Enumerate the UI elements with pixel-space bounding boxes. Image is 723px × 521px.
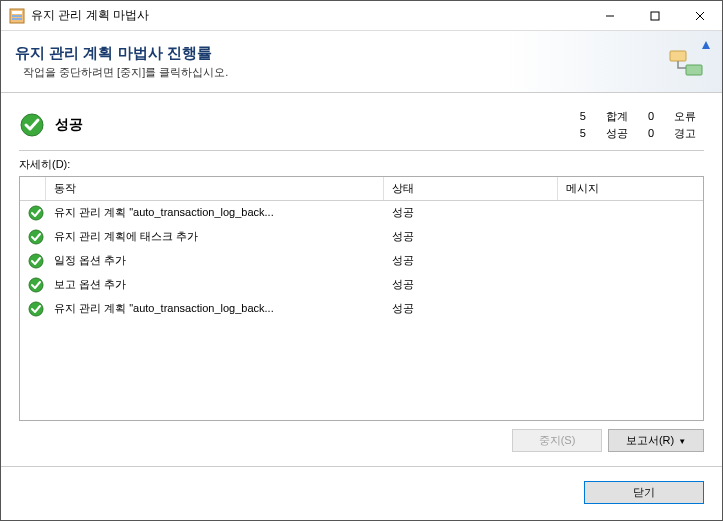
svg-rect-1 bbox=[12, 11, 22, 14]
stat-success-num: 5 bbox=[568, 126, 592, 141]
window-controls bbox=[587, 1, 722, 30]
success-icon bbox=[19, 112, 45, 138]
banner: 유지 관리 계획 마법사 진행률 작업을 중단하려면 [중지]를 클릭하십시오. bbox=[1, 31, 722, 93]
cell-status: 성공 bbox=[384, 275, 558, 294]
svg-rect-5 bbox=[651, 12, 659, 20]
stat-error-num: 0 bbox=[636, 109, 660, 124]
minimize-button[interactable] bbox=[587, 1, 632, 30]
table-row[interactable]: 유지 관리 계획에 태스크 추가성공 bbox=[20, 225, 703, 249]
table-row[interactable]: 보고 옵션 추가성공 bbox=[20, 273, 703, 297]
close-button[interactable] bbox=[677, 1, 722, 30]
success-icon bbox=[28, 301, 44, 317]
cell-message bbox=[558, 211, 703, 215]
column-header-icon[interactable] bbox=[20, 177, 46, 200]
cell-action: 유지 관리 계획 "auto_transaction_log_back... bbox=[46, 203, 384, 222]
summary-stats: 5 합계 0 오류 5 성공 0 경고 bbox=[566, 107, 704, 144]
cell-message bbox=[558, 283, 703, 287]
summary-row: 성공 5 합계 0 오류 5 성공 0 경고 bbox=[19, 107, 704, 151]
cell-status: 성공 bbox=[384, 227, 558, 246]
summary-status: 성공 bbox=[55, 116, 566, 134]
table-row[interactable]: 일정 옵션 추가성공 bbox=[20, 249, 703, 273]
svg-rect-8 bbox=[670, 51, 686, 61]
results-grid: 동작 상태 메시지 유지 관리 계획 "auto_transaction_log… bbox=[19, 176, 704, 421]
stat-warn-num: 0 bbox=[636, 126, 660, 141]
stat-warn-label: 경고 bbox=[662, 126, 702, 141]
cell-message bbox=[558, 259, 703, 263]
success-icon bbox=[28, 229, 44, 245]
titlebar: 유지 관리 계획 마법사 bbox=[1, 1, 722, 31]
cell-status: 성공 bbox=[384, 251, 558, 270]
column-header-action[interactable]: 동작 bbox=[46, 177, 384, 200]
table-row[interactable]: 유지 관리 계획 "auto_transaction_log_back...성공 bbox=[20, 297, 703, 321]
banner-heading: 유지 관리 계획 마법사 진행률 bbox=[15, 44, 228, 63]
report-button-label: 보고서(R) bbox=[626, 434, 674, 446]
app-icon bbox=[9, 8, 25, 24]
cell-message bbox=[558, 307, 703, 311]
window-title: 유지 관리 계획 마법사 bbox=[31, 7, 587, 24]
cell-action: 일정 옵션 추가 bbox=[46, 251, 384, 270]
cell-action: 보고 옵션 추가 bbox=[46, 275, 384, 294]
svg-rect-2 bbox=[12, 15, 22, 17]
wizard-icon bbox=[662, 37, 712, 87]
stat-success-label: 성공 bbox=[594, 126, 634, 141]
stat-total-label: 합계 bbox=[594, 109, 634, 124]
column-header-message[interactable]: 메시지 bbox=[558, 177, 703, 200]
detail-label: 자세히(D): bbox=[19, 157, 704, 172]
success-icon bbox=[28, 205, 44, 221]
cell-action: 유지 관리 계획에 태스크 추가 bbox=[46, 227, 384, 246]
stat-total-num: 5 bbox=[568, 109, 592, 124]
grid-body: 유지 관리 계획 "auto_transaction_log_back...성공… bbox=[20, 201, 703, 321]
stat-error-label: 오류 bbox=[662, 109, 702, 124]
success-icon bbox=[28, 277, 44, 293]
cell-status: 성공 bbox=[384, 299, 558, 318]
grid-header: 동작 상태 메시지 bbox=[20, 177, 703, 201]
close-dialog-button[interactable]: 닫기 bbox=[584, 481, 704, 504]
cell-status: 성공 bbox=[384, 203, 558, 222]
success-icon bbox=[28, 253, 44, 269]
maximize-button[interactable] bbox=[632, 1, 677, 30]
cell-message bbox=[558, 235, 703, 239]
svg-rect-9 bbox=[686, 65, 702, 75]
column-header-status[interactable]: 상태 bbox=[384, 177, 558, 200]
table-row[interactable]: 유지 관리 계획 "auto_transaction_log_back...성공 bbox=[20, 201, 703, 225]
stop-button: 중지(S) bbox=[512, 429, 602, 452]
chevron-down-icon: ▼ bbox=[678, 437, 686, 446]
banner-subtext: 작업을 중단하려면 [중지]를 클릭하십시오. bbox=[15, 65, 228, 80]
cell-action: 유지 관리 계획 "auto_transaction_log_back... bbox=[46, 299, 384, 318]
report-button[interactable]: 보고서(R)▼ bbox=[608, 429, 704, 452]
svg-rect-3 bbox=[12, 18, 22, 20]
